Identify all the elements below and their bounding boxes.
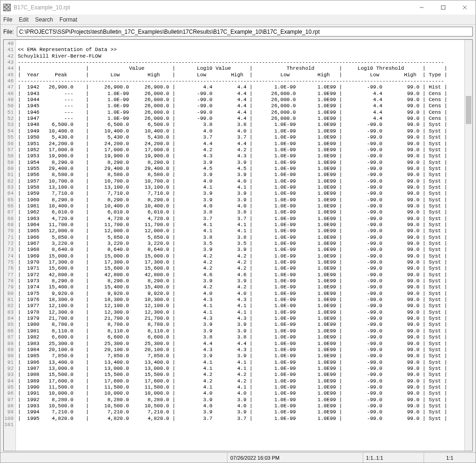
line-number-gutter: 40 41 42 43 44 45 46 47 48 49 50 51 52 5…: [4, 40, 16, 451]
status-position: 1:1..1:1: [363, 453, 424, 463]
menu-edit[interactable]: Edit: [19, 16, 29, 23]
window-title: B17C_Example_10.rpt: [14, 4, 411, 11]
status-datetime: 07/26/2022 16:03 PM: [227, 453, 363, 463]
text-content[interactable]: << EMA Representation of Data >> Schuylk…: [16, 40, 472, 451]
svg-rect-1: [441, 6, 445, 9]
status-ratio: 1:1: [424, 453, 476, 463]
app-window: B17C_Example_10.rpt File Edit Search For…: [0, 0, 476, 463]
file-path-row: File:: [0, 25, 476, 38]
menubar: File Edit Search Format: [0, 15, 476, 25]
menu-search[interactable]: Search: [35, 16, 53, 23]
menu-file[interactable]: File: [3, 16, 12, 23]
app-icon: [3, 4, 11, 11]
editor-pane: 40 41 42 43 44 45 46 47 48 49 50 51 52 5…: [3, 39, 473, 451]
titlebar[interactable]: B17C_Example_10.rpt: [0, 0, 476, 15]
text-editor[interactable]: 40 41 42 43 44 45 46 47 48 49 50 51 52 5…: [4, 40, 472, 451]
minimize-button[interactable]: [411, 0, 432, 15]
status-spacer: [0, 453, 227, 463]
file-path-input[interactable]: [17, 27, 473, 37]
file-label: File:: [3, 29, 14, 35]
scrollbar-thumb[interactable]: [466, 96, 471, 124]
maximize-button[interactable]: [432, 0, 454, 15]
close-button[interactable]: [454, 0, 476, 15]
status-bar: 07/26/2022 16:03 PM 1:1..1:1 1:1: [0, 452, 476, 463]
vertical-scrollbar[interactable]: [464, 40, 472, 451]
menu-format[interactable]: Format: [59, 16, 77, 23]
